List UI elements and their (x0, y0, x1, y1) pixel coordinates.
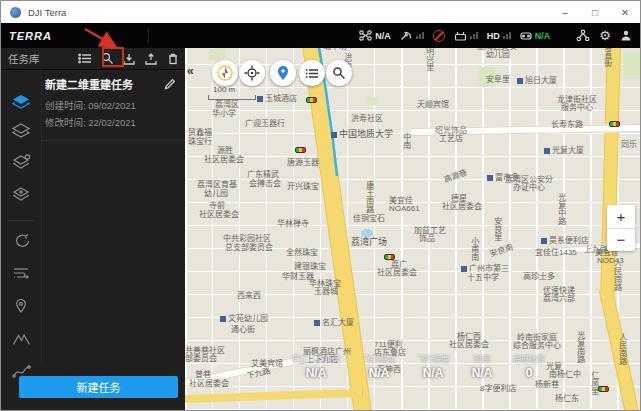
new-task-button[interactable]: 新建任务 (19, 376, 178, 398)
sidebar-toolbar (77, 51, 181, 67)
scale-label: 100 m (213, 85, 235, 94)
mission-oblique-icon (11, 186, 31, 201)
drone-icon (359, 30, 372, 41)
gear-icon: ⚙ (599, 29, 611, 42)
controller-icon (520, 31, 532, 40)
map-label: 佳铜宝石 (353, 215, 385, 224)
mission-waypoint-button[interactable] (10, 297, 32, 315)
map-label: 西来西 (237, 292, 261, 301)
map-label: 旭日大厦 (517, 77, 557, 86)
map-label: 社区居委会 (377, 269, 417, 278)
map-label: 会搏击会 (249, 180, 281, 189)
delete-task-button[interactable] (165, 51, 181, 67)
sidebar: 任务库 (1, 48, 185, 410)
poi-marker-icon (517, 78, 523, 84)
map-label: 社区居委会 (449, 341, 489, 350)
map-label: 广迎玉器行 (245, 120, 285, 129)
map-label: 玉器城 (314, 288, 338, 297)
poi-marker-icon (544, 148, 550, 154)
map-label: 幼儿园 (486, 51, 510, 60)
map-label: 安良里 (492, 217, 501, 241)
map-label: 华林禅寺 (277, 220, 309, 229)
mission-2d-multispectral-button[interactable] (10, 121, 32, 139)
task-card[interactable]: 新建二维重建任务 创建时间: 09/02/2021 修改时间: 22/02/20… (42, 69, 185, 141)
poi-marker-icon (220, 316, 226, 322)
map-search-button[interactable] (326, 60, 352, 86)
mission-lidar-button[interactable] (10, 264, 32, 282)
mission-2d-multispectral-icon (11, 123, 31, 138)
compass-button[interactable] (212, 60, 238, 86)
zoom-out-button[interactable]: − (607, 229, 635, 252)
map-label: 上九路 (584, 246, 608, 255)
map-label: 十五中学 (467, 274, 499, 283)
list-icon (305, 68, 319, 79)
hd-status: HD (487, 31, 511, 41)
map-label: 杨仁东 (555, 395, 579, 404)
mission-2d-map-icon (11, 94, 31, 109)
mission-circle-icon (12, 233, 30, 249)
poi-marker-icon (257, 96, 263, 102)
main-toolbar: TERRA N/A HD N/A ⚙ (1, 23, 640, 48)
map-label: 光复南路 (575, 331, 584, 363)
map-label: 小甫南 (469, 237, 478, 261)
task-list-view-button[interactable] (77, 51, 93, 67)
locate-button[interactable] (239, 60, 265, 86)
map-label: 社区居委会 (204, 156, 244, 165)
satellite-icon (400, 30, 413, 41)
map-label: 光复中路 (556, 193, 565, 225)
zoom-controls: + − (607, 205, 635, 251)
gps-status (400, 30, 424, 41)
mission-2d-map-button[interactable] (10, 92, 32, 110)
mission-oblique-button[interactable] (10, 184, 32, 202)
map-label: 康王南路 (364, 181, 373, 213)
highlight-box (102, 47, 124, 67)
app-logo-icon (10, 7, 21, 18)
telemetry-item: 飞行高度N/A (357, 353, 401, 380)
mission-3d-button[interactable] (10, 152, 32, 170)
traffic-light-icon (598, 386, 609, 392)
poi-marker-icon (314, 320, 320, 326)
collapse-sidebar-button[interactable]: « (187, 64, 194, 78)
map-label: 杨新巷 (535, 381, 559, 390)
map-view[interactable]: 瑞华坊洪寿巷玉城酒店荔湾区华小学广迎玉器行贸鑫福珠宝行洪寿社区中国地质大学中南源… (185, 48, 640, 410)
rc-battery-status (454, 31, 478, 41)
user-button[interactable] (620, 30, 632, 41)
settings-button[interactable]: ⚙ (599, 29, 611, 42)
map-label: 服务中心 (561, 104, 593, 113)
remote-controller-icon (454, 31, 467, 41)
aircraft-status-value: N/A (375, 31, 391, 41)
edit-task-button[interactable] (163, 77, 177, 91)
zoom-in-button[interactable]: + (607, 205, 635, 229)
map-label: 玉城酒店 (257, 95, 297, 104)
route-network-icon (576, 29, 590, 42)
mission-terrain-button[interactable] (10, 330, 32, 348)
task-list: 新建二维重建任务 创建时间: 09/02/2021 修改时间: 22/02/20… (42, 69, 185, 364)
aircraft-status: N/A (359, 30, 391, 41)
map-label: 名汇大厦 (314, 319, 354, 328)
map-label: NOA661 (389, 205, 420, 214)
map-label: 瑞华坊 (323, 48, 347, 52)
scale-bar (208, 95, 256, 100)
map-label: 明兴里 (424, 48, 433, 71)
telemetry-label: 离起飞点距离 (285, 353, 347, 364)
map-label: 昊系便利店 (541, 237, 589, 246)
mission-circle-button[interactable] (10, 232, 32, 250)
map-label: 洪寿社区 (351, 115, 383, 124)
mission-lidar-icon (12, 266, 30, 280)
toolbar-divider (148, 28, 149, 43)
minimize-button[interactable]: – (550, 1, 580, 23)
telemetry-label: 时间 (465, 353, 499, 364)
export-task-button[interactable] (143, 51, 159, 67)
traffic-light-icon (609, 121, 620, 127)
sidebar-header: 任务库 (1, 48, 185, 70)
map-label: 天顺宾馆 (417, 101, 449, 110)
map-label: 寿直街 (602, 48, 611, 67)
pin-button[interactable] (270, 60, 296, 86)
close-button[interactable]: ✕ (610, 1, 640, 23)
map-label: 通心街 (231, 326, 255, 335)
map-label: 开兴珠宝 (287, 183, 319, 192)
layer-list-button[interactable] (299, 60, 325, 86)
route-button[interactable] (576, 29, 590, 42)
map-label: 长寿东路 (551, 121, 583, 130)
maximize-button[interactable]: □ (580, 1, 610, 23)
